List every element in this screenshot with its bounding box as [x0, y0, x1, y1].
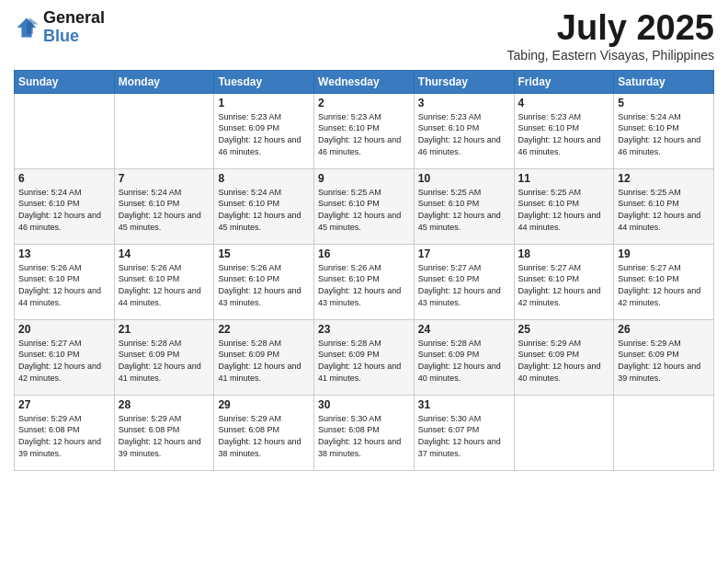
sunset-text: Sunset: 6:10 PM	[618, 198, 710, 210]
logo: General Blue	[14, 9, 105, 46]
day-number: 10	[418, 172, 510, 185]
sunset-text: Sunset: 6:10 PM	[618, 273, 710, 285]
day-info: Sunrise: 5:27 AMSunset: 6:10 PMDaylight:…	[418, 262, 510, 308]
sunrise-text: Sunrise: 5:23 AM	[518, 111, 610, 123]
sunset-text: Sunset: 6:09 PM	[119, 349, 210, 361]
month-title: July 2025	[507, 9, 714, 48]
day-number: 8	[218, 172, 310, 185]
col-wednesday: Wednesday	[314, 70, 415, 93]
day-number: 29	[218, 398, 310, 411]
day-info: Sunrise: 5:26 AMSunset: 6:10 PMDaylight:…	[318, 262, 410, 308]
sunrise-text: Sunrise: 5:29 AM	[518, 338, 610, 350]
calendar-cell: 13Sunrise: 5:26 AMSunset: 6:10 PMDayligh…	[15, 244, 115, 319]
daylight-text: Daylight: 12 hours and 41 minutes.	[119, 361, 210, 384]
calendar-cell: 1Sunrise: 5:23 AMSunset: 6:09 PMDaylight…	[214, 93, 314, 168]
daylight-text: Daylight: 12 hours and 44 minutes.	[518, 210, 610, 233]
sunrise-text: Sunrise: 5:28 AM	[119, 338, 210, 350]
sunrise-text: Sunrise: 5:27 AM	[618, 262, 710, 274]
day-info: Sunrise: 5:26 AMSunset: 6:10 PMDaylight:…	[218, 262, 310, 308]
calendar-cell: 10Sunrise: 5:25 AMSunset: 6:10 PMDayligh…	[414, 168, 514, 244]
day-info: Sunrise: 5:25 AMSunset: 6:10 PMDaylight:…	[618, 187, 710, 233]
day-number: 9	[318, 172, 410, 185]
day-info: Sunrise: 5:25 AMSunset: 6:10 PMDaylight:…	[318, 187, 410, 233]
daylight-text: Daylight: 12 hours and 44 minutes.	[18, 285, 110, 308]
calendar-cell: 23Sunrise: 5:28 AMSunset: 6:09 PMDayligh…	[314, 319, 415, 395]
daylight-text: Daylight: 12 hours and 44 minutes.	[618, 210, 710, 233]
daylight-text: Daylight: 12 hours and 45 minutes.	[418, 210, 510, 233]
calendar-cell: 21Sunrise: 5:28 AMSunset: 6:09 PMDayligh…	[114, 319, 214, 395]
calendar-cell: 3Sunrise: 5:23 AMSunset: 6:10 PMDaylight…	[414, 93, 514, 168]
day-number: 15	[218, 247, 310, 260]
day-info: Sunrise: 5:29 AMSunset: 6:08 PMDaylight:…	[119, 413, 210, 459]
day-info: Sunrise: 5:23 AMSunset: 6:09 PMDaylight:…	[218, 111, 310, 157]
day-number: 23	[318, 323, 410, 336]
day-number: 25	[518, 323, 610, 336]
day-info: Sunrise: 5:23 AMSunset: 6:10 PMDaylight:…	[518, 111, 610, 157]
page: General Blue July 2025 Tabing, Eastern V…	[0, 0, 728, 563]
sunset-text: Sunset: 6:09 PM	[418, 349, 510, 361]
calendar-cell	[514, 395, 614, 470]
sunset-text: Sunset: 6:10 PM	[418, 122, 510, 134]
sunset-text: Sunset: 6:10 PM	[318, 273, 410, 285]
daylight-text: Daylight: 12 hours and 45 minutes.	[119, 210, 210, 233]
calendar-cell: 15Sunrise: 5:26 AMSunset: 6:10 PMDayligh…	[214, 244, 314, 319]
day-number: 19	[618, 247, 710, 260]
sunset-text: Sunset: 6:08 PM	[318, 424, 410, 436]
calendar-cell: 20Sunrise: 5:27 AMSunset: 6:10 PMDayligh…	[15, 319, 115, 395]
day-number: 11	[518, 172, 610, 185]
calendar-cell: 31Sunrise: 5:30 AMSunset: 6:07 PMDayligh…	[414, 395, 514, 470]
day-number: 4	[518, 97, 610, 109]
daylight-text: Daylight: 12 hours and 42 minutes.	[18, 361, 110, 384]
day-info: Sunrise: 5:24 AMSunset: 6:10 PMDaylight:…	[218, 187, 310, 233]
day-number: 27	[18, 398, 110, 411]
calendar-cell: 16Sunrise: 5:26 AMSunset: 6:10 PMDayligh…	[314, 244, 415, 319]
day-info: Sunrise: 5:24 AMSunset: 6:10 PMDaylight:…	[119, 187, 210, 233]
daylight-text: Daylight: 12 hours and 41 minutes.	[318, 361, 410, 384]
daylight-text: Daylight: 12 hours and 39 minutes.	[618, 361, 710, 384]
calendar: Sunday Monday Tuesday Wednesday Thursday…	[14, 70, 714, 471]
day-number: 20	[18, 323, 110, 336]
sunset-text: Sunset: 6:09 PM	[218, 349, 310, 361]
sunrise-text: Sunrise: 5:24 AM	[218, 187, 310, 199]
week-row-4: 20Sunrise: 5:27 AMSunset: 6:10 PMDayligh…	[15, 319, 714, 395]
calendar-cell: 27Sunrise: 5:29 AMSunset: 6:08 PMDayligh…	[15, 395, 115, 470]
day-number: 22	[218, 323, 310, 336]
sunrise-text: Sunrise: 5:28 AM	[218, 338, 310, 350]
sunrise-text: Sunrise: 5:27 AM	[18, 338, 110, 350]
sunset-text: Sunset: 6:10 PM	[618, 122, 710, 134]
calendar-cell: 22Sunrise: 5:28 AMSunset: 6:09 PMDayligh…	[214, 319, 314, 395]
daylight-text: Daylight: 12 hours and 46 minutes.	[518, 134, 610, 157]
sunset-text: Sunset: 6:09 PM	[318, 349, 410, 361]
sunrise-text: Sunrise: 5:29 AM	[618, 338, 710, 350]
sunset-text: Sunset: 6:10 PM	[518, 122, 610, 134]
calendar-cell: 19Sunrise: 5:27 AMSunset: 6:10 PMDayligh…	[614, 244, 714, 319]
day-info: Sunrise: 5:26 AMSunset: 6:10 PMDaylight:…	[18, 262, 110, 308]
day-info: Sunrise: 5:29 AMSunset: 6:08 PMDaylight:…	[218, 413, 310, 459]
sunrise-text: Sunrise: 5:29 AM	[119, 413, 210, 425]
daylight-text: Daylight: 12 hours and 40 minutes.	[418, 361, 510, 384]
sunrise-text: Sunrise: 5:25 AM	[418, 187, 510, 199]
title-block: July 2025 Tabing, Eastern Visayas, Phili…	[507, 9, 714, 63]
calendar-cell: 5Sunrise: 5:24 AMSunset: 6:10 PMDaylight…	[614, 93, 714, 168]
sunset-text: Sunset: 6:10 PM	[18, 349, 110, 361]
day-info: Sunrise: 5:27 AMSunset: 6:10 PMDaylight:…	[18, 338, 110, 384]
day-info: Sunrise: 5:29 AMSunset: 6:09 PMDaylight:…	[518, 338, 610, 384]
week-row-2: 6Sunrise: 5:24 AMSunset: 6:10 PMDaylight…	[15, 168, 714, 244]
sunset-text: Sunset: 6:08 PM	[218, 424, 310, 436]
daylight-text: Daylight: 12 hours and 39 minutes.	[18, 436, 110, 459]
day-number: 2	[318, 97, 410, 109]
day-info: Sunrise: 5:25 AMSunset: 6:10 PMDaylight:…	[418, 187, 510, 233]
day-number: 3	[418, 97, 510, 109]
day-number: 18	[518, 247, 610, 260]
sunrise-text: Sunrise: 5:30 AM	[318, 413, 410, 425]
week-row-1: 1Sunrise: 5:23 AMSunset: 6:09 PMDaylight…	[15, 93, 714, 168]
day-number: 1	[218, 97, 310, 109]
sunrise-text: Sunrise: 5:30 AM	[418, 413, 510, 425]
sunrise-text: Sunrise: 5:25 AM	[318, 187, 410, 199]
day-info: Sunrise: 5:23 AMSunset: 6:10 PMDaylight:…	[318, 111, 410, 157]
calendar-cell: 25Sunrise: 5:29 AMSunset: 6:09 PMDayligh…	[514, 319, 614, 395]
sunrise-text: Sunrise: 5:24 AM	[119, 187, 210, 199]
daylight-text: Daylight: 12 hours and 39 minutes.	[119, 436, 210, 459]
daylight-text: Daylight: 12 hours and 43 minutes.	[218, 285, 310, 308]
daylight-text: Daylight: 12 hours and 46 minutes.	[618, 134, 710, 157]
